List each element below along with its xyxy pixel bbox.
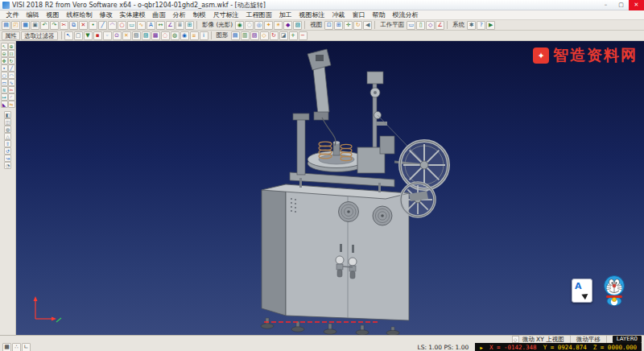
snap-center-icon[interactable]: ⊙ [113,31,122,40]
copy-icon[interactable]: ⧉ [69,21,78,30]
selection-filter-icon[interactable]: ▼ [84,31,93,40]
minimize-button[interactable]: – [598,0,613,10]
view-top-icon[interactable]: ▤ [231,31,240,40]
menu-window[interactable]: 窗口 [349,10,369,19]
active-layer-badge[interactable]: LAYER0 [613,336,642,343]
zoom-window-icon[interactable]: ⊞ [334,21,343,30]
circle-icon[interactable]: ○ [118,21,126,30]
save-file-icon[interactable]: ▦ [21,21,30,30]
hide-entity-icon[interactable]: ◌ [161,31,170,40]
selection-filter-tab[interactable]: 选取过滤器 [21,31,58,40]
pan-mode-label[interactable]: 微动平移 [576,336,601,344]
solid-box-icon[interactable]: ◧ [4,111,11,118]
filter-surfaces-icon[interactable]: ▨ [142,31,151,40]
menu-help[interactable]: 帮助 [369,10,389,19]
curve-icon[interactable]: ∿ [137,21,146,30]
macro-run-icon[interactable]: ▶ [486,21,495,30]
shaded-view-icon[interactable]: ◉ [235,21,244,30]
menu-blanking[interactable]: 冲裁 [328,10,349,19]
arc-tool-icon[interactable]: ◠ [8,72,15,79]
materials-icon[interactable]: ◆ [283,21,292,30]
zoom-in-icon[interactable]: + [289,31,298,40]
workplane-iso-icon[interactable]: ◇ [426,21,435,30]
angle-measure-icon[interactable]: ∠ [166,21,175,30]
filter-wireframe-icon[interactable]: ▩ [151,31,160,40]
transparency-icon[interactable]: ▨ [293,21,302,30]
workplane-yz-icon[interactable]: ▯ [416,21,425,30]
zoom-out-icon[interactable]: − [299,31,308,40]
extend-tool-icon[interactable]: ↦ [1,93,8,101]
workplane-custom-icon[interactable]: ∠ [436,21,444,30]
pan-tool-icon[interactable]: ✥ [1,57,8,64]
zoom-in-tool-icon[interactable]: ⊕ [8,43,15,50]
line-tool-icon[interactable]: ╱ [8,64,15,72]
menu-file[interactable]: 文件 [2,10,23,19]
grid-icon[interactable]: ⊞ [185,21,194,30]
menu-dimension[interactable]: 尺寸标注 [209,10,242,19]
wireframe-view-icon[interactable]: ◌ [245,21,254,30]
menu-view[interactable]: 视图 [43,10,63,19]
snap-midpoint-icon[interactable]: ◦ [103,31,112,40]
spline-tool-icon[interactable]: ∿ [8,79,15,86]
menu-surface[interactable]: 曲面 [149,10,169,19]
layers-icon[interactable]: ≣ [175,21,184,30]
snap-endpoint-icon[interactable]: ▪ [93,31,102,40]
print-icon[interactable]: ▣ [31,21,39,30]
settings-icon[interactable]: ✱ [467,21,476,30]
snap-intersection-icon[interactable]: ✕ [122,31,131,40]
offset-tool-icon[interactable]: ≋ [1,86,8,93]
group-entities-icon[interactable]: ⧈ [190,31,199,40]
filter-solids-icon[interactable]: ▧ [132,31,141,40]
open-file-icon[interactable]: ◰ [11,21,20,30]
sweep-icon[interactable]: ↝ [4,155,11,162]
previous-view-icon[interactable]: ◀ [363,21,372,30]
arc-icon[interactable]: ◠ [108,21,117,30]
pan-icon[interactable]: ✛ [344,21,353,30]
trim-tool-icon[interactable]: ✂ [8,86,15,93]
new-file-icon[interactable]: ▤ [2,21,10,30]
view-mode-icon[interactable]: ◇ [512,336,519,343]
rotate-view-icon[interactable]: ↻ [353,21,362,30]
menu-analysis[interactable]: 分析 [169,10,189,19]
redo-icon[interactable]: ↷ [50,21,59,30]
rectangle-icon[interactable]: ▭ [127,21,136,30]
point-icon[interactable]: • [89,21,97,30]
hidden-line-view-icon[interactable]: ◎ [254,21,263,30]
help-icon[interactable]: ? [477,21,485,30]
menu-machining[interactable]: 加工 [275,10,295,19]
chamfer-tool-icon[interactable]: ◣ [1,101,8,108]
menu-solid[interactable]: 实体建模 [116,10,149,19]
text-tool-popup[interactable]: A [572,279,592,303]
menu-wireframe[interactable]: 线框绘制 [63,10,96,19]
zoom-out-tool-icon[interactable]: ⊖ [1,50,8,57]
line-icon[interactable]: ╱ [98,21,107,30]
viewport-3d[interactable]: ✦ 智造资料网 A [16,41,644,335]
select-tool-icon[interactable]: ↖ [1,43,8,50]
workplane-xy-icon[interactable]: ▭ [407,21,415,30]
menu-edit[interactable]: 编辑 [23,10,43,19]
menu-mould[interactable]: 制模 [189,10,209,19]
entity-properties-icon[interactable]: i [200,31,208,40]
properties-tab[interactable]: 属性 [2,31,20,40]
menu-drawing[interactable]: 工程图面 [242,10,275,19]
mirror-tool-icon[interactable]: ⇋ [8,101,15,108]
undo-icon[interactable]: ↶ [40,21,49,30]
text-icon[interactable]: A [147,21,155,30]
extrude-icon[interactable]: ⇧ [4,140,11,147]
ortho-toggle-icon[interactable]: ∟ [22,343,31,351]
select-window-icon[interactable]: ▢ [74,31,83,40]
rotate-tool-icon[interactable]: ↻ [8,57,15,64]
machine-model[interactable] [16,41,644,335]
close-button[interactable]: ✕ [629,0,644,10]
select-icon[interactable]: ↖ [64,31,73,40]
show-all-icon[interactable]: ◍ [171,31,180,40]
render-icon[interactable]: ✦ [264,21,273,30]
menu-modify[interactable]: 修改 [96,10,116,19]
maximize-button[interactable]: ▢ [613,0,629,10]
rectangle-tool-icon[interactable]: ▭ [1,79,8,86]
lighting-icon[interactable]: ☀ [274,21,283,30]
dimension-icon[interactable]: ↔ [156,21,165,30]
solid-sphere-icon[interactable]: ◍ [4,126,11,133]
delete-icon[interactable]: ✕ [79,21,88,30]
shell-icon[interactable]: ◔ [4,162,11,169]
